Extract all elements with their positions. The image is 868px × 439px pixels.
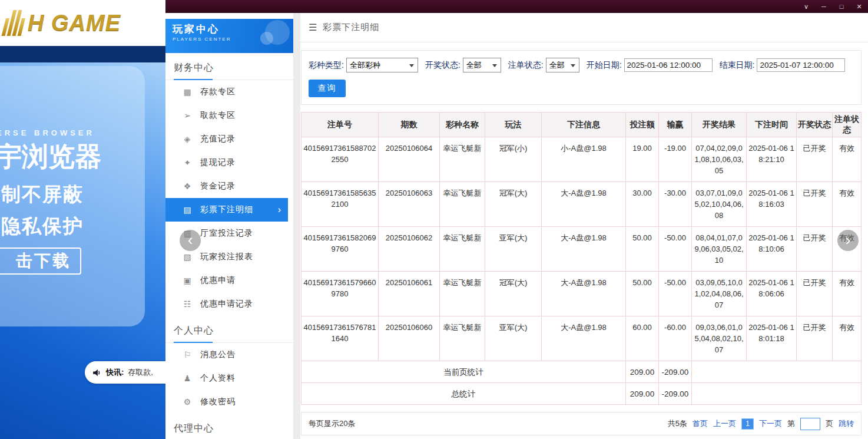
table-cell: 50.00 (626, 272, 659, 316)
sidebar-item-profile[interactable]: ♟个人资料 (165, 367, 288, 390)
maximize-button[interactable]: □ (833, 0, 850, 13)
table-cell: -19.00 (659, 137, 692, 182)
current-page-badge[interactable]: 1 (741, 418, 754, 430)
sidebar-item-announcements[interactable]: ⚐消息公告 (165, 343, 288, 367)
summary-bet-amount: 209.00 (626, 383, 659, 405)
sidebar-section-heading: 财务中心 (165, 53, 293, 80)
sidebar-item-label: 充值记录 (200, 134, 236, 144)
summary-winloss: -209.00 (659, 383, 692, 405)
summary-winloss: -209.00 (659, 361, 692, 383)
column-header: 期数 (379, 113, 440, 137)
table-cell: 401569173615767811640 (302, 316, 379, 361)
sidebar-item-withdraw-zone[interactable]: ➢取款专区 (165, 104, 288, 127)
table-cell: 401569173615820699760 (302, 227, 379, 272)
order-status-select[interactable]: 全部 (546, 58, 579, 72)
first-page-link[interactable]: 首页 (693, 418, 708, 429)
change-password-icon: ⚙ (182, 397, 193, 407)
table-row: 40156917361582069976020250106062幸运飞艇新亚军(… (302, 227, 862, 272)
sidebar-item-label: 优惠申请记录 (200, 299, 253, 309)
table-cell: 20250106064 (379, 137, 440, 182)
lottery-type-select[interactable]: 全部彩种 (346, 58, 418, 72)
promo-line-2: 隐私保护 (1, 213, 84, 240)
page-jump-input[interactable] (800, 418, 820, 430)
table-cell: 60.00 (626, 316, 659, 361)
sidebar-item-lottery-bet-details[interactable]: ▤彩票下注明细› (165, 198, 288, 222)
summary-empty-cell (692, 361, 862, 383)
sidebar-item-change-password[interactable]: ⚙修改密码 (165, 390, 288, 414)
bets-table-card: 注单号期数彩种名称玩法下注信息投注额输赢开奖结果下注时间开奖状态注单状态 401… (301, 112, 862, 405)
screen: ERSE BROWSER 宇浏览器 制不屏蔽 隐私保护 击下载 H GAME 快… (0, 0, 868, 439)
table-cell: 亚军(大) (485, 227, 542, 272)
table-row: 40156917361579660978020250106061幸运飞艇新冠军(… (302, 272, 862, 316)
carousel-prev-icon[interactable]: ‹ (180, 230, 201, 251)
table-cell: 2025-01-06 18:01:18 (747, 316, 797, 361)
sidebar-item-funds-records[interactable]: ❖资金记录 (165, 174, 288, 198)
player-bet-report-icon: ▧ (182, 252, 193, 262)
dropdown-button[interactable]: ∨ (797, 0, 815, 13)
ticker-label: 快讯: (106, 367, 124, 378)
table-cell: 冠军(小) (485, 137, 542, 182)
table-cell: 401569173615796609780 (302, 272, 379, 316)
news-ticker: 快讯: 存取款, (85, 361, 165, 384)
recharge-records-icon: ◈ (182, 134, 193, 144)
summary-bet-amount: 209.00 (626, 361, 659, 383)
table-cell: 已开奖 (797, 182, 833, 227)
sidebar-item-label: 存款专区 (200, 87, 236, 97)
table-header-row: 注单号期数彩种名称玩法下注信息投注额输赢开奖结果下注时间开奖状态注单状态 (302, 113, 862, 137)
table-cell: 2025-01-06 18:16:03 (747, 182, 797, 227)
table-cell: 幸运飞艇新 (440, 227, 485, 272)
table-body: 40156917361588702255020250106064幸运飞艇新冠军(… (302, 137, 862, 405)
total-summary-row: 总统计209.00-209.00 (302, 383, 862, 405)
minimize-button[interactable]: ─ (815, 0, 833, 13)
sidebar-item-promo-apply-records[interactable]: ☷优惠申请记录 (165, 292, 288, 316)
summary-label: 总统计 (302, 383, 626, 405)
bets-table: 注单号期数彩种名称玩法下注信息投注额输赢开奖结果下注时间开奖状态注单状态 401… (301, 112, 862, 405)
promo-apply-icon: ▣ (182, 276, 193, 285)
table-cell: 大-A盘@1.98 (542, 182, 626, 227)
prev-page-link[interactable]: 上一页 (713, 418, 736, 429)
table-cell: 2025-01-06 18:21:10 (747, 137, 797, 182)
next-page-link[interactable]: 下一页 (759, 418, 782, 429)
sidebar-item-label: 取款专区 (200, 110, 236, 121)
sidebar-item-deposit-zone[interactable]: ▦存款专区 (165, 80, 288, 104)
filter-row: 彩种类型: 全部彩种 开奖状态: 全部 注单状态: 全部 开始日期: 结束日期: (309, 58, 854, 72)
sidebar-item-promo-apply[interactable]: ▣优惠申请 (165, 269, 288, 292)
table-cell: 已开奖 (797, 316, 833, 361)
withdrawal-records-icon: ✦ (182, 158, 193, 167)
table-cell: 50.00 (626, 227, 659, 272)
table-cell: -30.00 (659, 182, 692, 227)
table-cell: 09,03,06,01,05,04,08,02,10,07 (692, 316, 747, 361)
table-cell: 401569173615856352100 (302, 182, 379, 227)
end-date-input[interactable] (757, 58, 845, 72)
sidebar-item-withdrawal-records[interactable]: ✦提现记录 (165, 151, 288, 174)
column-header: 下注时间 (747, 113, 797, 137)
table-cell: 有效 (833, 316, 862, 361)
summary-empty-cell (692, 383, 862, 405)
site-logo[interactable]: H GAME (0, 0, 165, 46)
table-cell: 已开奖 (797, 227, 833, 272)
per-page-text: 每页显示20条 (309, 418, 355, 429)
sidebar-item-recharge-records[interactable]: ◈充值记录 (165, 127, 288, 151)
column-header: 输赢 (659, 113, 692, 137)
content-body: 彩种类型: 全部彩种 开奖状态: 全部 注单状态: 全部 开始日期: 结束日期:… (300, 42, 868, 439)
download-button[interactable]: 击下载 (0, 247, 81, 275)
deposit-zone-icon: ▦ (182, 87, 193, 97)
close-button[interactable]: ✕ (850, 0, 868, 13)
table-cell: 有效 (833, 182, 862, 227)
table-cell: 幸运飞艇新 (440, 316, 485, 361)
carousel-next-icon[interactable]: › (837, 230, 859, 251)
table-cell: 冠军(大) (485, 182, 542, 227)
draw-status-select[interactable]: 全部 (463, 58, 501, 72)
start-date-input[interactable] (624, 58, 713, 72)
table-cell: 冠军(大) (485, 272, 542, 316)
order-status-label: 注单状态: (508, 60, 544, 71)
window-titlebar: ∨─□✕ (165, 0, 868, 13)
table-cell: 有效 (833, 272, 862, 316)
table-cell: -50.00 (659, 272, 692, 316)
column-header: 彩种名称 (440, 113, 485, 137)
search-button[interactable]: 查询 (309, 80, 346, 97)
table-row: 40156917361588702255020250106064幸运飞艇新冠军(… (302, 137, 862, 182)
table-cell: 03,07,01,09,05,02,10,04,06,08 (692, 182, 747, 227)
jump-button[interactable]: 跳转 (839, 418, 854, 429)
hamburger-menu-icon[interactable]: ☰ (309, 22, 317, 33)
